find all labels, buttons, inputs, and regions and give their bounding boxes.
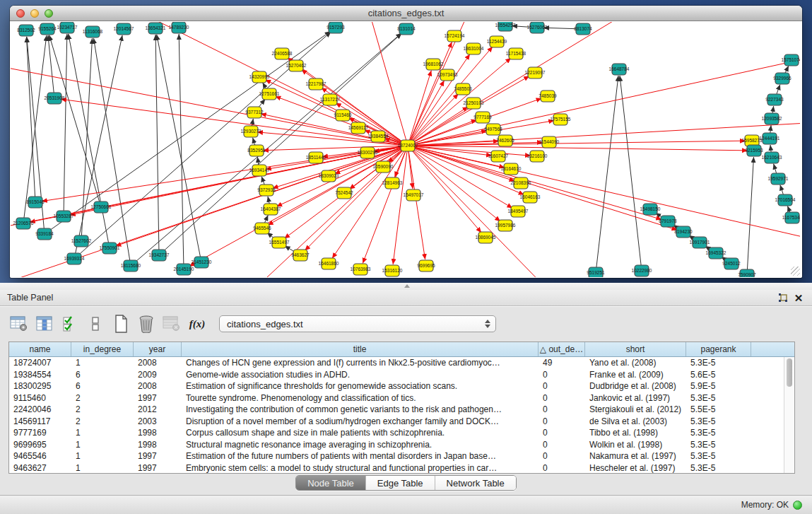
graph-node[interactable]: 22108396 [511, 177, 531, 189]
graph-node[interactable]: 12750661 [91, 201, 112, 213]
graph-node[interactable]: 13216100 [527, 151, 548, 162]
column-header-out_de[interactable]: △ out_de… [539, 342, 585, 356]
column-header-year[interactable]: year [134, 342, 182, 356]
graph-node[interactable]: 16551497 [269, 237, 290, 248]
table-selector-dropdown[interactable]: citations_edges.txt [219, 315, 496, 332]
memory-status-label[interactable]: Memory: OK [741, 500, 789, 510]
graph-node[interactable]: 9227343 [765, 94, 784, 105]
graph-node[interactable]: 10553287 [54, 211, 74, 222]
graph-node[interactable]: 12751661 [259, 88, 280, 100]
table-row[interactable]: 946554611997Estimation of the future num… [9, 450, 784, 462]
graph-node[interactable]: 12014567 [114, 23, 134, 35]
graph-node[interactable]: 14789230 [169, 22, 189, 33]
graph-node[interactable]: 13654321 [146, 23, 166, 34]
graph-node[interactable]: 9157293 [326, 22, 345, 33]
window-titlebar[interactable]: citations_edges.txt [10, 6, 802, 21]
graph-node[interactable]: 15276062 [527, 22, 548, 33]
graph-node[interactable]: 12444191 [760, 133, 780, 144]
graph-node[interactable]: 9215953 [745, 145, 763, 156]
float-panel-button[interactable] [775, 291, 791, 304]
table-row[interactable]: 946362711997Embryonic stem cells: a mode… [9, 462, 784, 474]
network-canvas[interactable]: 1872400722406588152704621432099912751661… [11, 22, 801, 277]
graph-node[interactable]: 16210643 [762, 152, 782, 163]
graph-node[interactable]: 7485039 [539, 90, 557, 102]
graph-node[interactable]: 16046163 [520, 192, 541, 203]
graph-node[interactable]: 22406588 [272, 48, 293, 59]
tab-node-table[interactable]: Node Table [296, 476, 366, 490]
graph-node[interactable]: 20531908 [45, 93, 65, 104]
graph-node[interactable]: 19342737 [149, 250, 170, 261]
graph-node[interactable]: 15724194 [445, 30, 465, 42]
graph-node[interactable]: 17550901 [100, 243, 120, 254]
table-row[interactable]: 1938455462009Genome-wide association stu… [9, 369, 784, 381]
graph-node[interactable]: 11254439 [487, 36, 507, 47]
graph-node[interactable]: 17575155 [551, 114, 571, 125]
graph-node[interactable]: 15498150 [640, 204, 661, 215]
graph-node[interactable]: 10763983 [351, 264, 371, 275]
graph-node[interactable]: 11715438 [506, 48, 526, 59]
graph-node[interactable]: 12093582 [762, 113, 782, 124]
graph-node[interactable]: 16945322 [706, 247, 726, 259]
graph-node[interactable]: 18309023 [319, 170, 339, 182]
resize-grip[interactable] [791, 267, 800, 276]
graph-node[interactable]: 9519251 [587, 267, 605, 277]
graph-node[interactable]: 10973493 [437, 69, 458, 81]
graph-node[interactable]: 17016504 [775, 194, 796, 206]
graph-node[interactable]: 8312502 [17, 25, 35, 36]
function-builder-button[interactable]: f(x) [187, 313, 208, 334]
close-panel-button[interactable]: ✕ [791, 291, 806, 304]
graph-node[interactable]: 10554257 [495, 22, 516, 31]
graph-node[interactable]: 9245012 [722, 258, 741, 269]
memory-ok-icon[interactable] [793, 501, 802, 510]
graph-node[interactable]: 21250103 [464, 98, 484, 109]
graph-node[interactable]: 16461860 [319, 258, 339, 269]
column-header-in_degree[interactable]: in_degree [71, 342, 134, 356]
graph-node[interactable]: 7590907 [738, 269, 756, 277]
graph-node[interactable]: 21206576 [13, 218, 34, 229]
graph-node[interactable]: 10234717 [57, 22, 78, 33]
graph-node[interactable]: 15316120 [382, 265, 403, 276]
graph-node[interactable]: 16404387 [261, 204, 281, 215]
tab-network-table[interactable]: Network Table [435, 476, 516, 490]
column-header-name[interactable]: name [9, 342, 71, 356]
tab-edge-table[interactable]: Edge Table [366, 476, 435, 490]
graph-node[interactable]: 16648784 [609, 64, 630, 75]
graph-node[interactable]: 11527602 [71, 235, 92, 247]
panel-splitter[interactable] [0, 283, 812, 290]
graph-node[interactable]: 9699695 [417, 260, 435, 271]
graph-node[interactable]: 21451230 [192, 257, 212, 268]
graph-node[interactable]: 8131014 [397, 23, 416, 35]
table-row[interactable]: 1830029562008Estimation of significance … [9, 380, 784, 392]
graph-node[interactable]: 14320999 [249, 71, 270, 83]
graph-node[interactable]: 19592971 [768, 173, 789, 185]
table-row[interactable]: 977716911998Corpus callosum shape and si… [9, 427, 784, 439]
graph-node[interactable]: 8915046 [26, 197, 45, 208]
graph-node[interactable]: 9372933 [257, 185, 276, 196]
table-row[interactable]: 1872400712008Changes of HCN gene express… [9, 357, 784, 369]
graph-node[interactable]: 16939314 [64, 253, 85, 264]
new-column-button[interactable] [110, 313, 131, 334]
column-header-short[interactable]: short [585, 342, 686, 356]
zoom-window-button[interactable] [45, 9, 53, 18]
graph-node[interactable]: 7462605 [496, 135, 514, 146]
graph-node[interactable]: 8352951 [247, 145, 266, 156]
graph-node[interactable]: 9465546 [253, 223, 271, 234]
graph-node[interactable]: 9329966 [773, 73, 792, 84]
graph-node[interactable]: 11544090 [539, 136, 560, 148]
graph-node[interactable]: 12217987 [306, 78, 326, 90]
splitter-handle-icon[interactable] [404, 284, 410, 288]
graph-node[interactable]: 8194230 [674, 226, 693, 238]
graph-node[interactable]: 11317217 [320, 94, 341, 105]
column-header-pagerank[interactable]: pagerank [686, 342, 751, 356]
graph-node[interactable]: 18631004 [464, 43, 484, 54]
show-columns-button[interactable] [34, 313, 55, 334]
graph-node[interactable]: 12930273 [241, 126, 261, 137]
graph-node[interactable]: 11316068 [83, 26, 103, 37]
delete-column-button[interactable] [136, 313, 157, 334]
graph-node[interactable]: 18495497 [508, 206, 529, 217]
table-row[interactable]: 2242004622012Investigating the contribut… [9, 404, 784, 416]
table-vertical-scrollbar[interactable] [784, 357, 794, 473]
close-window-button[interactable] [16, 9, 25, 18]
graph-node[interactable]: 9463627 [291, 250, 310, 261]
select-all-rows-button[interactable] [59, 313, 81, 334]
